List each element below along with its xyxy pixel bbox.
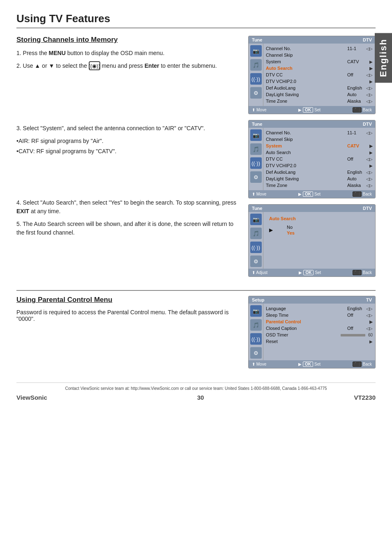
- osd-setup-header-left: Setup: [252, 297, 265, 302]
- osd-icon3-settings: ⚙: [250, 256, 262, 267]
- osd-row1-1: Channel No. 11-1 ◁▷: [266, 45, 373, 52]
- section2-layout: Using Parental Control Menu Password is …: [16, 296, 376, 374]
- osd-row1-4: Auto Search ▶: [266, 65, 373, 71]
- osd-icon3-tune: ((·)): [250, 242, 262, 253]
- search-option-col: No Yes: [281, 224, 300, 236]
- osd-header3: Tune DTV: [249, 205, 375, 212]
- osd-setup-icon-music: 🎵: [250, 319, 262, 331]
- osd-row2-3: System CATV ▶: [266, 143, 373, 149]
- footer2-ok: ▶ OK Set: [298, 191, 321, 197]
- ok-button[interactable]: OK: [303, 107, 313, 113]
- osd-icon2-tune: ((·)): [250, 157, 262, 169]
- osd-row1-5: DTV CC Off ◁▷: [266, 71, 373, 78]
- back-button3[interactable]: ⬛: [353, 270, 362, 275]
- osd-header1-left: Tune: [252, 37, 262, 42]
- osd-row2-2: Channel Skip: [266, 136, 373, 143]
- page-num-row: ViewSonic 30 VT2230: [16, 394, 376, 401]
- section1-layout: Storing Channels into Memory 1. Press th…: [16, 36, 376, 283]
- footer-ok: ▶ OK Set: [298, 107, 321, 113]
- osd-row1-9: Time Zone Alaska ◁▷: [266, 98, 373, 104]
- ok-button3[interactable]: OK: [303, 270, 314, 275]
- osd-header1-right: DTV: [363, 37, 372, 42]
- footer3-adjust: ⬆ Adjust: [252, 270, 267, 275]
- footer3-back: ⬛ Back: [353, 270, 372, 275]
- section1-left: Storing Channels into Memory 1. Press th…: [16, 36, 240, 283]
- osd-header3-left: Tune: [252, 206, 262, 211]
- osd-content3: Auto Search ▶ No Yes: [263, 212, 375, 269]
- main-title: Using TV Features: [16, 12, 376, 28]
- osd-row2-9: Time Zone Alaska ◁▷: [266, 182, 373, 189]
- step2-text1: 2. Use ▲ or ▼ to select the: [16, 62, 89, 69]
- page-number: 30: [197, 394, 204, 401]
- osd-icon2-camera: 📷: [250, 129, 262, 141]
- osd-row1-7: Def AudioLang English ◁▷: [266, 85, 373, 91]
- bullet-air: •AIR: RF signal programs by "Air".: [16, 137, 240, 145]
- tune-icon: ((◉)): [89, 61, 100, 70]
- osd-menu2: Tune DTV 📷 🎵 ((·)) ⚙ Channel No. 11-1: [248, 120, 376, 198]
- osd-icon-camera: 📷: [250, 45, 262, 57]
- footer-setup-back: ⬛ Back: [353, 362, 372, 367]
- osd-content1: Channel No. 11-1 ◁▷ Channel Skip System …: [263, 44, 375, 106]
- footer-setup-ok: ▶ OK Set: [298, 362, 321, 367]
- step4-text1: 4. Select "Auto Search", then select "Ye…: [16, 199, 236, 206]
- ok-button-setup[interactable]: OK: [303, 362, 313, 367]
- timer-bar: [341, 334, 365, 336]
- page-container: English Using TV Features Storing Channe…: [0, 0, 392, 555]
- ok-button2[interactable]: OK: [303, 191, 313, 197]
- option-no: No: [281, 224, 300, 230]
- osd-row2-5: DTV CC Off ◁▷: [266, 156, 373, 162]
- osd-icon3-camera: 📷: [250, 214, 262, 225]
- brand-name: ViewSonic: [16, 394, 47, 401]
- osd-icon2-music: 🎵: [250, 143, 262, 155]
- footer2-move: ⬆ Move: [252, 192, 266, 196]
- osd-setup-icons: 📷 🎵 ((·)) ⚙: [249, 304, 263, 360]
- step-4: 4. Select "Auto Search", then select "Ye…: [16, 198, 240, 216]
- osd-icons1: 📷 🎵 ((·)) ⚙: [249, 44, 263, 106]
- step2-text3: to enter the submenu.: [159, 62, 217, 69]
- search-arrow-right: ▶: [269, 227, 273, 233]
- osd-header3-right: DTV: [363, 206, 372, 211]
- osd-row2-7: Def AudioLang English ◁▷: [266, 169, 373, 175]
- osd-footer1: ⬆ Move ▶ OK Set ⬛ Back: [249, 106, 375, 114]
- osd-footer3: ⬆ Adjust ▶ OK Set ⬛ Back: [249, 269, 375, 276]
- osd-row1-2: Channel Skip: [266, 52, 373, 58]
- footer-back: ⬛ Back: [353, 107, 372, 113]
- section2-desc: Password is required to access the Paren…: [16, 309, 240, 322]
- model-number: VT2230: [354, 394, 376, 401]
- contact-text: Contact ViewSonic service team at: http:…: [16, 386, 376, 391]
- option-yes: Yes: [281, 230, 300, 236]
- step2-bold: Enter: [145, 62, 159, 69]
- step-1: 1. Press the MENU button to display the …: [16, 49, 240, 58]
- osd-setup-header-right: TV: [366, 297, 372, 302]
- spacer2: [16, 157, 240, 198]
- osd-setup-row-language: Language English ◁▷: [266, 305, 373, 312]
- back-button2[interactable]: ⬛: [353, 191, 362, 197]
- osd-row1-3: System CATV ▶: [266, 58, 373, 65]
- osd-setup-content: Language English ◁▷ Sleep Time Off ◁▷ Pa…: [263, 304, 375, 360]
- osd-row2-1: Channel No. 11-1 ◁▷: [266, 129, 373, 136]
- osd-header2-left: Tune: [252, 122, 262, 127]
- osd-sub3: Auto Search ▶ No Yes: [266, 214, 373, 240]
- osd-footer2: ⬆ Move ▶ OK Set ⬛ Back: [249, 190, 375, 198]
- osd-setup-row-reset: Reset ▶: [266, 338, 373, 345]
- footer-setup-move: ⬆ Move: [252, 362, 266, 366]
- back-button[interactable]: ⬛: [353, 107, 362, 113]
- section2-right: Setup TV 📷 🎵 ((·)) ⚙ Language English: [248, 296, 376, 374]
- back-button-setup[interactable]: ⬛: [353, 362, 362, 367]
- osd-body2: 📷 🎵 ((·)) ⚙ Channel No. 11-1 ◁▷ Channel …: [249, 128, 375, 190]
- osd-icon2-settings: ⚙: [250, 171, 262, 183]
- step4-text2: at any time.: [29, 208, 60, 214]
- osd-setup-icon-settings: ⚙: [250, 347, 262, 359]
- osd-content2: Channel No. 11-1 ◁▷ Channel Skip System …: [263, 128, 375, 190]
- osd-menu1: Tune DTV 📷 🎵 ((·)) ⚙ Channel No. 11-1: [248, 36, 376, 114]
- osd-icons3: 📷 🎵 ((·)) ⚙: [249, 212, 263, 269]
- osd-row2-8: DayLight Saving Auto ◁▷: [266, 175, 373, 182]
- step1-num: 1. Press the: [16, 50, 49, 56]
- osd-setup-row-timer: OSD Timer 60: [266, 332, 373, 338]
- osd-row2-6: DTV VCHIP2.0 ▶: [266, 162, 373, 169]
- osd-body1: 📷 🎵 ((·)) ⚙ Channel No. 11-1 ◁▷ Channel …: [249, 44, 375, 106]
- osd-setup-header: Setup TV: [249, 296, 375, 304]
- osd-setup-row-sleep: Sleep Time Off ◁▷: [266, 312, 373, 318]
- osd-setup: Setup TV 📷 🎵 ((·)) ⚙ Language English: [248, 296, 376, 368]
- section1-right: Tune DTV 📷 🎵 ((·)) ⚙ Channel No. 11-1: [248, 36, 376, 283]
